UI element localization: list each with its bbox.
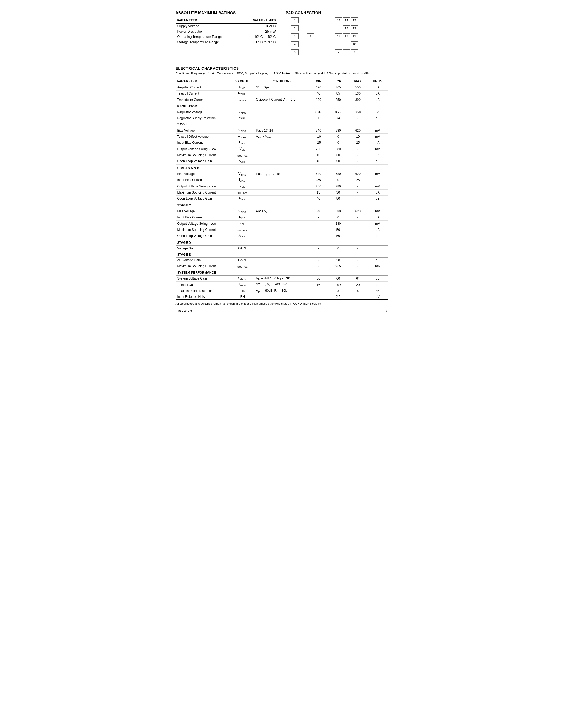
elec-conditions: VIN = -60 dBV, RF = 39k — [254, 275, 309, 281]
elec-min: - — [309, 263, 328, 269]
elec-min: 60 — [309, 115, 328, 121]
elec-conditions — [254, 294, 309, 300]
elec-data-row: Bias Voltage VBIAS Pads 5, 6 540 580 620… — [176, 208, 388, 214]
part-number: 520 - 70 - 05 — [176, 309, 194, 313]
elec-units: mV — [368, 127, 387, 133]
elec-typ: 2.5 — [328, 294, 348, 300]
elec-min: -25 — [309, 140, 328, 146]
elec-data-row: Maximum Sourcing Current ISOURCE - >35 -… — [176, 263, 388, 269]
elec-min: 100 — [309, 97, 328, 103]
section-label: T COIL — [176, 121, 388, 127]
elec-symbol: ISOURCE — [230, 152, 254, 158]
elec-min: - — [309, 227, 328, 233]
pad-box-11: 11 — [351, 33, 358, 39]
elec-param: Regulator Supply Rejection — [176, 115, 230, 121]
page-number: 2 — [386, 309, 388, 313]
pad-box-16: 16 — [343, 25, 350, 31]
pad-box-7: 7 — [335, 49, 342, 55]
section-label: SYSTEM PERFORMANCE — [176, 269, 388, 275]
pad-box-13: 13 — [351, 17, 358, 23]
elec-symbol: AVOL — [230, 233, 254, 239]
abs-param-header: PARAMETER — [176, 17, 241, 24]
elec-symbol: ISOURCE — [230, 189, 254, 195]
elec-max: 5 — [348, 288, 368, 294]
pad-box-9: 9 — [351, 49, 358, 55]
abs-table-row: Supply Voltage3 VDC — [176, 24, 277, 29]
pad-box-1: 1 — [291, 17, 299, 23]
elec-header-min: MIN — [309, 78, 328, 84]
pad-grid: 123456789101112131415161718 — [286, 17, 360, 60]
elec-conditions — [254, 115, 309, 121]
elec-max: 25 — [348, 140, 368, 146]
elec-symbol: GAIN — [230, 245, 254, 251]
pad-box-14: 14 — [343, 17, 350, 23]
elec-data-row: Telecoil Offset Voltage VTOFF VP15 - VP1… — [176, 133, 388, 140]
elec-max: - — [348, 189, 368, 195]
elec-data-row: Bias Voltage VBIAS Pads 13, 14 540 580 6… — [176, 127, 388, 133]
elec-conditions — [254, 177, 309, 183]
elec-max: 64 — [348, 275, 368, 281]
elec-symbol: IBIAS — [230, 214, 254, 221]
elec-units: μV — [368, 294, 387, 300]
elec-conditions: S1 = Open — [254, 84, 309, 90]
elec-typ: 280 — [328, 221, 348, 227]
elec-symbol: VBIAS — [230, 127, 254, 133]
elec-max: - — [348, 152, 368, 158]
elec-table: PARAMETER SYMBOL CONDITIONS MIN TYP MAX … — [176, 78, 388, 300]
elec-section-header: STAGE D — [176, 239, 388, 245]
elec-typ: 50 — [328, 196, 348, 202]
elec-typ: 365 — [328, 84, 348, 90]
section-label: STAGES A & B — [176, 164, 388, 171]
elec-param: Output Voltage Swing - Low — [176, 221, 230, 227]
elec-section-header: SYSTEM PERFORMANCE — [176, 269, 388, 275]
elec-param: AC Voltage Gain — [176, 257, 230, 263]
elec-symbol: SGAIN — [230, 275, 254, 281]
elec-symbol: ITRANS — [230, 97, 254, 103]
elec-typ: 580 — [328, 208, 348, 214]
elec-max: - — [348, 257, 368, 263]
elec-data-row: Open Loop Voltage Gain AVOL 46 50 - dB — [176, 196, 388, 202]
elec-conditions — [254, 152, 309, 158]
elec-data-row: System Voltage Gain SGAIN VIN = -60 dBV,… — [176, 275, 388, 281]
elec-conditions: Pads 5, 6 — [254, 208, 309, 214]
elec-min: 540 — [309, 208, 328, 214]
elec-min: 46 — [309, 196, 328, 202]
elec-section-header: STAGE E — [176, 251, 388, 257]
elec-min: 190 — [309, 84, 328, 90]
elec-typ: 0 — [328, 133, 348, 140]
elec-param: Regulator Voltage — [176, 109, 230, 115]
elec-max: 620 — [348, 208, 368, 214]
elec-symbol: IAMP — [230, 84, 254, 90]
elec-typ: 580 — [328, 127, 348, 133]
elec-units: mV — [368, 208, 387, 214]
elec-symbol: AVOL — [230, 158, 254, 164]
elec-units: nA — [368, 140, 387, 146]
elec-max: 0.98 — [348, 109, 368, 115]
elec-units: mV — [368, 183, 387, 189]
elec-data-row: Transducer Current ITRANS Quiescent Curr… — [176, 97, 388, 103]
elec-max: - — [348, 233, 368, 239]
elec-conditions: VIN = -60dB, RF = 39k — [254, 288, 309, 294]
elec-units: mV — [368, 171, 387, 177]
abs-value-cell: 3 VDC — [241, 24, 277, 29]
elec-data-row: Maximum Sourcing Current ISOURCE 15 30 -… — [176, 152, 388, 158]
elec-max: - — [348, 245, 368, 251]
elec-units: dB — [368, 233, 387, 239]
elec-param: Maximum Sourcing Current — [176, 227, 230, 233]
elec-param: Amplifier Current — [176, 84, 230, 90]
elec-min: - — [309, 214, 328, 221]
electrical-characteristics: ELECTRICAL CHARACTERISTICS Conditions: F… — [176, 66, 388, 313]
elec-units: μA — [368, 189, 387, 195]
elec-title: ELECTRICAL CHARACTERISTICS — [176, 66, 388, 70]
pad-box-2: 2 — [291, 25, 299, 31]
elec-header-max: MAX — [348, 78, 368, 84]
elec-max: - — [348, 221, 368, 227]
abs-table-row: Power Dissipation25 mW — [176, 29, 277, 34]
elec-header-units: UNITS — [368, 78, 387, 84]
elec-max: - — [348, 263, 368, 269]
elec-data-row: Input Bias Current IBIAS -25 0 25 nA — [176, 177, 388, 183]
elec-typ: 280 — [328, 183, 348, 189]
elec-param: Telecoil Offset Voltage — [176, 133, 230, 140]
elec-param: Bias Voltage — [176, 208, 230, 214]
elec-conditions — [254, 257, 309, 263]
